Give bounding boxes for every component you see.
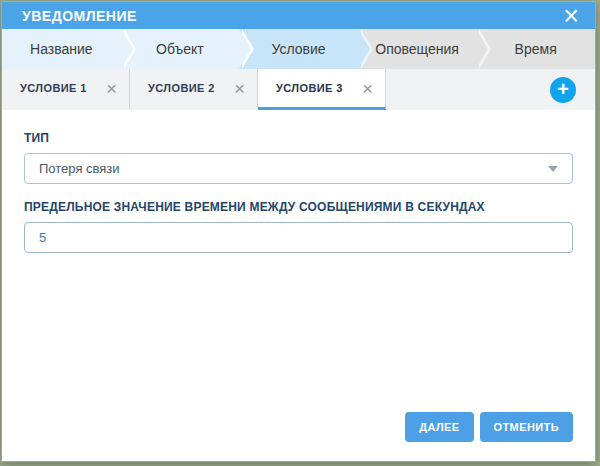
wizard-step-opoveshcheniya[interactable]: Оповещения — [358, 29, 477, 69]
tab-content-panel: ТИП Потеря связи ПРЕДЕЛЬНОЕ ЗНАЧЕНИЕ ВРЕ… — [2, 110, 595, 461]
tab-close-icon[interactable]: × — [106, 79, 117, 98]
wizard-step-label: Название — [30, 41, 93, 57]
plus-icon: + — [557, 79, 569, 99]
tab-label: УСЛОВИЕ 2 — [148, 82, 215, 94]
tab-uslovie-3[interactable]: УСЛОВИЕ 3 × — [258, 69, 386, 110]
wizard-step-vremya[interactable]: Время — [476, 29, 595, 69]
tab-label: УСЛОВИЕ 3 — [276, 82, 343, 94]
dialog-footer: ДАЛЕЕ ОТМЕНИТЬ — [405, 412, 573, 442]
wizard-step-label: Объект — [156, 41, 204, 57]
tab-label: УСЛОВИЕ 1 — [20, 82, 87, 94]
wizard-step-label: Условие — [271, 41, 325, 57]
wizard-step-label: Оповещения — [375, 41, 459, 57]
type-select[interactable]: Потеря связи — [24, 153, 573, 184]
chevron-down-icon — [548, 166, 558, 172]
wizard-step-label: Время — [515, 41, 557, 57]
tab-close-icon[interactable]: × — [234, 79, 245, 98]
tab-uslovie-2[interactable]: УСЛОВИЕ 2 × — [130, 69, 258, 110]
wizard-step-nazvanie[interactable]: Название — [2, 29, 121, 69]
wizard-step-obekt[interactable]: Объект — [121, 29, 240, 69]
wizard-step-uslovie[interactable]: Условие — [239, 29, 358, 69]
dialog-title: УВЕДОМЛЕНИЕ — [22, 8, 137, 24]
close-icon[interactable]: × — [563, 5, 579, 27]
tab-close-icon[interactable]: × — [362, 79, 373, 98]
dialog-titlebar: УВЕДОМЛЕНИЕ × — [2, 2, 595, 29]
add-condition-button[interactable]: + — [550, 77, 576, 103]
tab-uslovie-1[interactable]: УСЛОВИЕ 1 × — [2, 69, 130, 110]
condition-tabbar: УСЛОВИЕ 1 × УСЛОВИЕ 2 × УСЛОВИЕ 3 × + — [2, 69, 595, 110]
type-field-label: ТИП — [24, 131, 573, 145]
notification-dialog: УВЕДОМЛЕНИЕ × Название Объект Условие Оп… — [1, 1, 596, 462]
wizard-breadcrumb: Название Объект Условие Оповещения Время — [2, 29, 595, 69]
cancel-button[interactable]: ОТМЕНИТЬ — [480, 412, 573, 442]
type-select-value: Потеря связи — [39, 161, 120, 176]
limit-field-label: ПРЕДЕЛЬНОЕ ЗНАЧЕНИЕ ВРЕМЕНИ МЕЖДУ СООБЩЕ… — [24, 200, 573, 214]
next-button[interactable]: ДАЛЕЕ — [405, 412, 473, 442]
limit-value-input[interactable] — [24, 222, 573, 253]
